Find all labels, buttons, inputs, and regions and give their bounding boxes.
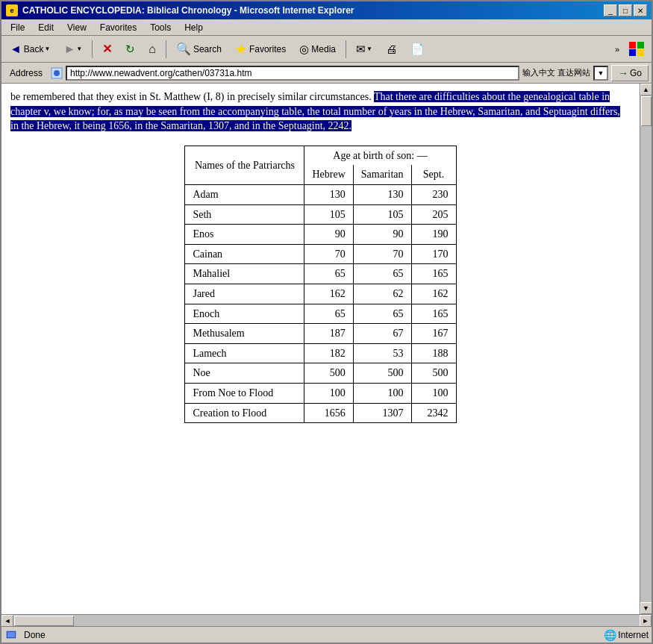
scroll-up-button[interactable]: ▲ bbox=[640, 84, 652, 96]
col-age-header: Age at birth of son: — bbox=[304, 146, 456, 165]
col-names-header: Names of the Patriarchs bbox=[185, 146, 304, 184]
table-row: Methusalem 187 67 167 bbox=[185, 324, 456, 344]
row-name: Seth bbox=[185, 204, 304, 225]
table-row: Lamech 182 53 188 bbox=[185, 343, 456, 363]
scroll-track-vertical[interactable] bbox=[640, 96, 652, 602]
col-samaritan-header: Samaritan bbox=[353, 165, 411, 184]
row-samaritan: 105 bbox=[353, 204, 411, 225]
zone-label: Internet bbox=[618, 630, 649, 640]
row-samaritan: 67 bbox=[353, 324, 411, 344]
row-name: Adam bbox=[185, 184, 304, 204]
close-button[interactable]: ✕ bbox=[634, 4, 647, 16]
media-label: Media bbox=[311, 44, 336, 54]
media-button[interactable]: ◎ Media bbox=[294, 39, 341, 60]
row-hebrew: 105 bbox=[304, 204, 353, 225]
back-label: Back bbox=[24, 44, 44, 54]
row-hebrew: 130 bbox=[304, 184, 353, 204]
more-button[interactable]: » bbox=[610, 39, 625, 60]
menu-view[interactable]: View bbox=[61, 21, 93, 34]
row-samaritan: 130 bbox=[353, 184, 411, 204]
row-samaritan: 70 bbox=[353, 244, 411, 264]
favorites-button[interactable]: ★ Favorites bbox=[230, 39, 291, 60]
toolbar-right: » bbox=[610, 39, 649, 60]
paragraph-1: be remembered that they exist in St. Mat… bbox=[10, 90, 631, 134]
scroll-thumb-vertical[interactable] bbox=[641, 96, 652, 126]
go-button[interactable]: → Go bbox=[611, 65, 649, 81]
row-sept: 165 bbox=[411, 264, 456, 284]
status-bar: Done 🌐 Internet bbox=[1, 626, 652, 643]
page-content: be remembered that they exist in St. Mat… bbox=[1, 84, 640, 614]
minimize-button[interactable]: _ bbox=[604, 4, 617, 16]
row-name: Cainan bbox=[185, 244, 304, 264]
back-arrow-icon: ◄ bbox=[10, 43, 22, 56]
mail-chevron-icon: ▼ bbox=[366, 46, 372, 52]
title-bar-left: e CATHOLIC ENCYCLOPEDIA: Biblical Chrono… bbox=[6, 4, 354, 16]
svg-rect-4 bbox=[7, 632, 15, 637]
media-icon: ◎ bbox=[299, 43, 309, 56]
row-name: Enos bbox=[185, 225, 304, 245]
menu-favorites[interactable]: Favorites bbox=[94, 21, 143, 34]
print-button[interactable]: 🖨 bbox=[381, 39, 402, 60]
favorites-label: Favorites bbox=[249, 44, 286, 54]
row-sept: 500 bbox=[411, 363, 456, 384]
row-samaritan: 90 bbox=[353, 225, 411, 245]
scroll-down-button[interactable]: ▼ bbox=[640, 602, 652, 614]
windows-logo bbox=[625, 39, 649, 60]
row-sept: 100 bbox=[411, 383, 456, 403]
table-row: Enoch 65 65 165 bbox=[185, 304, 456, 324]
text-before-highlight: be remembered that they exist in St. Mat… bbox=[10, 91, 372, 102]
row-hebrew: 70 bbox=[304, 244, 353, 264]
window-title: CATHOLIC ENCYCLOPEDIA: Biblical Chronolo… bbox=[22, 5, 354, 16]
row-hebrew: 65 bbox=[304, 264, 353, 284]
refresh-button[interactable]: ↻ bbox=[120, 39, 140, 60]
scroll-track-horizontal[interactable] bbox=[13, 615, 640, 626]
mail-button[interactable]: ✉ ▼ bbox=[351, 39, 378, 60]
row-name: Enoch bbox=[185, 304, 304, 324]
scroll-left-button[interactable]: ◄ bbox=[1, 615, 13, 627]
table-row: Seth 105 105 205 bbox=[185, 204, 456, 225]
ie-icon: e bbox=[6, 4, 18, 16]
patriarchs-table: Names of the Patriarchs Age at birth of … bbox=[184, 146, 456, 423]
menu-bar: File Edit View Favorites Tools Help bbox=[1, 19, 652, 36]
search-label: Search bbox=[193, 44, 222, 54]
more-icon: » bbox=[615, 45, 619, 54]
table-header-row: Names of the Patriarchs Age at birth of … bbox=[185, 146, 456, 165]
right-scrollbar: ▲ ▼ bbox=[640, 84, 652, 614]
row-samaritan: 62 bbox=[353, 284, 411, 304]
address-right: 输入中文 直达网站 ▼ bbox=[522, 66, 608, 81]
row-samaritan: 65 bbox=[353, 264, 411, 284]
home-button[interactable]: ⌂ bbox=[143, 39, 161, 60]
scroll-thumb-horizontal[interactable] bbox=[14, 616, 74, 626]
row-sept: 170 bbox=[411, 244, 456, 264]
maximize-button[interactable]: □ bbox=[619, 4, 632, 16]
status-left: Done bbox=[4, 629, 601, 641]
favorites-star-icon: ★ bbox=[235, 41, 247, 57]
table-row: Noe 500 500 500 bbox=[185, 363, 456, 384]
forward-button[interactable]: ► ▼ bbox=[58, 39, 87, 60]
table-row: Enos 90 90 190 bbox=[185, 225, 456, 245]
mail-icon: ✉ bbox=[356, 43, 366, 56]
address-dropdown[interactable]: ▼ bbox=[593, 66, 608, 81]
stop-icon: ✕ bbox=[102, 42, 112, 56]
edit-button[interactable]: 📄 bbox=[405, 39, 430, 60]
address-label: Address bbox=[4, 66, 48, 80]
svg-point-1 bbox=[54, 70, 60, 76]
bottom-scrollbar: ◄ ► bbox=[1, 614, 652, 626]
scroll-right-button[interactable]: ► bbox=[640, 615, 652, 627]
row-hebrew: 100 bbox=[304, 383, 353, 403]
row-hebrew: 90 bbox=[304, 225, 353, 245]
address-bar: Address 输入中文 直达网站 ▼ → Go bbox=[1, 63, 652, 84]
zone-icon: 🌐 bbox=[604, 629, 616, 641]
page-icon bbox=[51, 67, 63, 79]
menu-file[interactable]: File bbox=[4, 21, 31, 34]
back-button[interactable]: ◄ Back ▼ bbox=[4, 39, 55, 60]
menu-edit[interactable]: Edit bbox=[32, 21, 60, 34]
menu-tools[interactable]: Tools bbox=[144, 21, 177, 34]
menu-help[interactable]: Help bbox=[178, 21, 209, 34]
search-button[interactable]: 🔍 Search bbox=[171, 39, 227, 60]
row-name: From Noe to Flood bbox=[185, 383, 304, 403]
forward-chevron-icon: ▼ bbox=[76, 46, 82, 52]
stop-button[interactable]: ✕ bbox=[97, 39, 117, 60]
address-input[interactable] bbox=[66, 66, 519, 81]
row-sept: 188 bbox=[411, 343, 456, 363]
